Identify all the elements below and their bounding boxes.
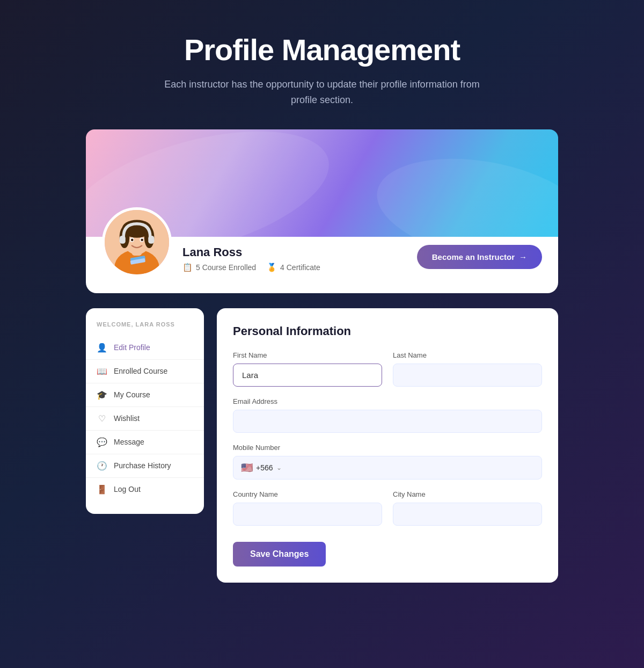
sidebar-item-wishlist[interactable]: ♡ Wishlist [86,407,204,431]
last-name-input[interactable] [393,364,542,387]
city-input[interactable] [393,503,542,526]
sidebar-item-edit-profile[interactable]: 👤 Edit Profile [86,336,204,360]
sidebar-item-label-edit-profile: Edit Profile [114,343,150,352]
email-row: Email Address [233,397,542,433]
phone-dropdown-icon[interactable]: ⌄ [276,464,282,471]
country-label: Country Name [233,490,382,498]
certificates-text: 4 Certificate [280,263,320,272]
sidebar-item-label-enrolled-course: Enrolled Course [114,367,167,375]
city-group: City Name [393,490,542,526]
page-header: Profile Management Each instructor has t… [150,32,494,108]
certificates-stat: 🏅 4 Certificate [267,263,320,272]
sidebar-item-label-my-course: My Course [114,390,150,399]
page-subtitle: Each instructor has the opportunity to u… [150,77,494,108]
save-changes-button[interactable]: Save Changes [233,542,326,567]
courses-enrolled-text: 5 Course Enrolled [196,263,256,272]
sidebar-item-enrolled-course[interactable]: 📖 Enrolled Course [86,360,204,383]
sidebar-item-label-log-out: Log Out [114,485,141,493]
svg-point-9 [131,238,134,241]
first-name-input[interactable] [233,364,382,387]
svg-point-10 [141,238,143,241]
mobile-group: Mobile Number 🇺🇸 +566 ⌄ [233,444,542,480]
profile-info-row: Lana Ross 📋 5 Course Enrolled 🏅 4 Certif… [86,237,558,277]
sidebar-item-purchase-history[interactable]: 🕐 Purchase History [86,454,204,478]
mobile-row: Mobile Number 🇺🇸 +566 ⌄ [233,444,542,480]
purchase-history-icon: 🕐 [97,461,107,471]
profile-card: Lana Ross 📋 5 Course Enrolled 🏅 4 Certif… [86,129,558,293]
email-input[interactable] [233,410,542,433]
profile-stats: 📋 5 Course Enrolled 🏅 4 Certificate [182,263,417,272]
phone-code: +566 [256,463,273,472]
save-changes-label: Save Changes [250,549,309,558]
course-icon: 📋 [182,263,193,272]
arrow-right-icon: → [519,252,527,262]
sidebar-item-label-purchase-history: Purchase History [114,461,171,470]
city-label: City Name [393,490,542,498]
last-name-group: Last Name [393,351,542,387]
become-instructor-label: Become an Instructor [432,252,515,262]
phone-input-wrapper[interactable]: 🇺🇸 +566 ⌄ [233,456,542,480]
sidebar-item-log-out[interactable]: 🚪 Log Out [86,478,204,501]
sidebar-item-message[interactable]: 💬 Message [86,431,204,454]
last-name-label: Last Name [393,351,542,359]
enrolled-course-icon: 📖 [97,366,107,376]
first-name-label: First Name [233,351,382,359]
email-label: Email Address [233,397,542,405]
sidebar-item-my-course[interactable]: 🎓 My Course [86,383,204,407]
wishlist-icon: ♡ [97,413,107,424]
svg-rect-11 [120,236,126,244]
mobile-label: Mobile Number [233,444,542,452]
sidebar-item-label-wishlist: Wishlist [114,414,140,423]
country-group: Country Name [233,490,382,526]
profile-name: Lana Ross [182,245,417,259]
my-course-icon: 🎓 [97,390,107,400]
sidebar-item-label-message: Message [114,438,144,446]
first-name-group: First Name [233,351,382,387]
flag-icon: 🇺🇸 [241,462,253,474]
become-instructor-button[interactable]: Become an Instructor → [417,245,542,269]
certificate-icon: 🏅 [267,263,277,272]
avatar [102,207,172,277]
form-panel: Personal Information First Name Last Nam… [217,308,558,583]
location-row: Country Name City Name [233,490,542,526]
message-icon: 💬 [97,437,107,447]
edit-profile-icon: 👤 [97,343,107,353]
courses-enrolled-stat: 📋 5 Course Enrolled [182,263,256,272]
country-input[interactable] [233,503,382,526]
sidebar: WELCOME, LARA ROSS 👤 Edit Profile 📖 Enro… [86,308,204,514]
page-title: Profile Management [150,32,494,67]
form-title: Personal Information [233,324,542,338]
log-out-icon: 🚪 [97,484,107,495]
email-group: Email Address [233,397,542,433]
profile-details: Lana Ross 📋 5 Course Enrolled 🏅 4 Certif… [182,241,417,272]
name-row: First Name Last Name [233,351,542,387]
svg-rect-12 [148,236,154,244]
main-content: WELCOME, LARA ROSS 👤 Edit Profile 📖 Enro… [86,308,558,583]
sidebar-welcome: WELCOME, LARA ROSS [86,321,204,336]
